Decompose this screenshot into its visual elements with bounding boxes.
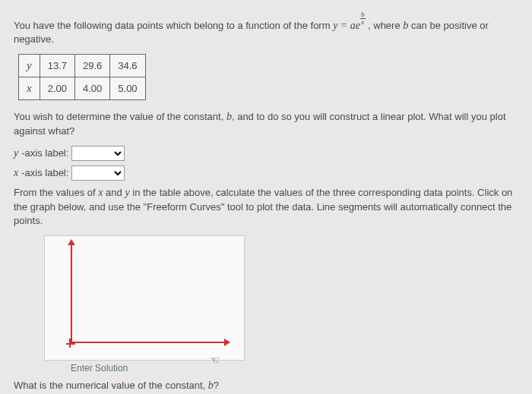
origin-tick-y — [66, 343, 75, 345]
row-header-y: y — [19, 55, 40, 77]
row-header-x: x — [19, 77, 40, 100]
intro-text-a: You have the following data points which… — [14, 20, 333, 31]
enter-solution-link[interactable]: Enter Solution — [71, 362, 518, 375]
y-axis-line — [71, 243, 72, 343]
hand-cursor-icon: ☜ — [210, 353, 220, 368]
instruction-construct: You wish to determine the value of the c… — [14, 109, 518, 138]
plot-canvas[interactable]: ☜ — [44, 235, 245, 361]
data-table: y 13.7 29.6 34.6 x 2.00 4.00 5.00 — [18, 54, 146, 100]
table-cell: 4.00 — [74, 77, 109, 100]
x-axis-line — [71, 342, 226, 343]
y-axis-var: y — [14, 146, 18, 161]
table-row: x 2.00 4.00 5.00 — [19, 77, 146, 100]
y-axis-selector-row: y-axis label: — [14, 146, 518, 161]
x-axis-var: x — [14, 165, 18, 181]
origin-tick-x — [69, 339, 71, 348]
y-axis-select[interactable] — [71, 146, 125, 161]
exponent-fraction: bx — [360, 11, 366, 26]
formula: y = aebx — [333, 20, 368, 31]
y-axis-label-text: -axis label: — [21, 147, 68, 160]
table-cell: 13.7 — [40, 55, 74, 77]
x-axis-label-text: -axis label: — [21, 166, 68, 180]
instruction-plot: From the values of x and y in the table … — [14, 185, 518, 228]
table-cell: 34.6 — [110, 55, 145, 77]
intro-paragraph: You have the following data points which… — [14, 11, 518, 46]
x-axis-select[interactable] — [71, 165, 125, 181]
table-cell: 29.6 — [74, 55, 109, 77]
table-row: y 13.7 29.6 34.6 — [19, 55, 146, 77]
x-arrow-icon — [224, 339, 230, 346]
table-cell: 2.00 — [40, 77, 74, 100]
x-axis-selector-row: x-axis label: — [14, 165, 518, 181]
intro-text-b: , where — [368, 20, 403, 31]
plot-axes — [49, 239, 239, 357]
final-question: What is the numerical value of the const… — [14, 378, 518, 393]
table-cell: 5.00 — [110, 77, 145, 100]
